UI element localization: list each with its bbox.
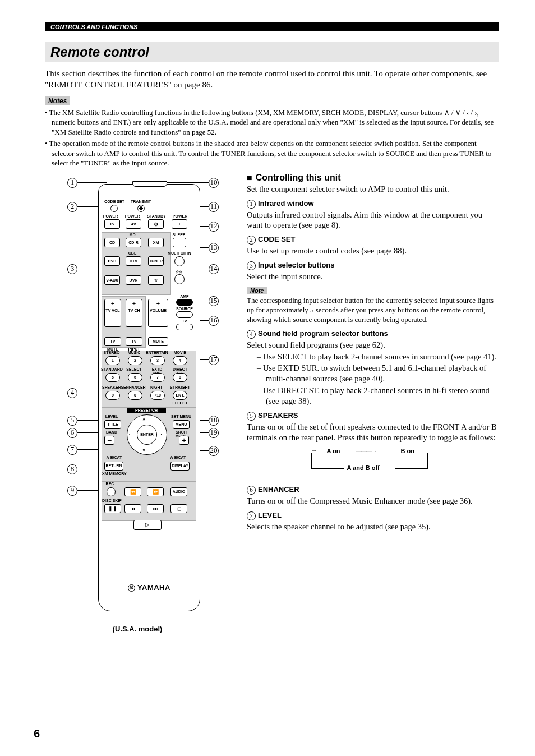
dvr-button: DVR <box>126 275 141 285</box>
item-6-title: 6ENHANCER <box>247 485 499 495</box>
dtv-button: DTV <box>126 256 141 266</box>
display-button: DISPLAY <box>170 462 190 471</box>
ir-window <box>132 181 167 187</box>
callout-8: 8 <box>67 464 77 474</box>
remote-body: CODE SET TRANSMIT POWER POWER STANDBY PO… <box>98 184 200 611</box>
stop-button: ◻ <box>170 504 187 513</box>
tv-ch-rocker: + TV CH − <box>126 299 142 327</box>
page-number: 6 <box>34 727 40 740</box>
ent-button: ENT. <box>173 391 187 400</box>
standby-button: ⏻ <box>148 219 164 229</box>
callout-2: 2 <box>67 202 77 212</box>
callout-10: 10 <box>209 178 219 188</box>
menu-button: MENU <box>173 420 190 429</box>
num-5-button: 5 <box>105 373 120 382</box>
source-switch <box>176 311 193 318</box>
remote-illustration-column: 1 2 3 4 5 6 7 8 9 10 <box>45 173 230 633</box>
pause-button: ❚❚ <box>104 504 121 513</box>
cdr-button: CD-R <box>126 238 141 247</box>
enter-button: ENTER <box>137 425 157 445</box>
note-item: The operation mode of the remote control… <box>52 139 499 168</box>
tv-switch-label: TV <box>176 319 193 323</box>
md-label: MD <box>124 233 141 237</box>
transmit-label: TRANSMIT <box>131 200 151 204</box>
num-9-button: 9 <box>105 391 120 400</box>
ab-off-label: A and B off <box>347 464 380 471</box>
callout-4: 4 <box>67 388 77 398</box>
tv-power-button: TV <box>104 219 120 229</box>
item-6-body: Turns on or off the Compressed Music Enh… <box>247 496 499 506</box>
return-button: RETURN <box>104 462 123 471</box>
square-bullet-icon: ■ <box>247 173 252 182</box>
callout-12: 12 <box>209 222 219 232</box>
notes-header: Notes <box>45 96 70 105</box>
code-set-label: CODE SET <box>104 200 124 204</box>
skip-fwd-button: ⏭ <box>147 504 164 513</box>
callout-13: 13 <box>209 243 219 253</box>
power-on-button: I <box>172 219 187 229</box>
sleep-button <box>173 238 186 247</box>
dvd-button: DVD <box>104 256 120 266</box>
item-4-bullet: Use DIRECT ST. to play back 2-channel so… <box>266 385 499 407</box>
callout-7: 7 <box>67 445 77 455</box>
item-1-title: 1Infrared window <box>247 199 499 209</box>
callout-9: 9 <box>67 486 77 496</box>
model-caption: (U.S.A. model) <box>45 625 230 633</box>
intro-text: This section describes the function of e… <box>45 68 499 91</box>
cbl-label: CBL <box>124 251 141 255</box>
item-3-body: Select the input source. <box>247 271 499 282</box>
num-8-button: 8 <box>173 373 187 382</box>
callout-19: 19 <box>209 428 219 438</box>
power-label-av: POWER <box>124 214 141 218</box>
num-0-button: 0 <box>128 391 142 400</box>
ff-button: ⏩ <box>147 487 164 496</box>
tv-input-button: TV INPUT <box>126 337 142 346</box>
num-4-button: 4 <box>173 356 187 365</box>
title-button: TITLE <box>104 420 121 429</box>
callout-3: 3 <box>67 264 77 274</box>
num-3-button: 3 <box>150 356 165 365</box>
num-6-button: 6 <box>128 373 142 382</box>
brand-logo: ⌘ YAMAHA <box>99 583 200 592</box>
sleep-label: SLEEP <box>170 233 187 237</box>
item-4-body: Select sound field programs (see page 62… <box>247 340 499 351</box>
plus-button: + <box>179 436 189 445</box>
description-column: ■Controlling this unit Set the component… <box>247 173 499 532</box>
callout-5: 5 <box>67 416 77 426</box>
callout-16: 16 <box>209 316 219 326</box>
standby-label: STANDBY <box>147 214 166 218</box>
vaux-button: V-AUX <box>104 275 120 285</box>
rew-button: ⏪ <box>124 487 141 496</box>
callout-1: 1 <box>67 178 77 188</box>
controlling-heading: ■Controlling this unit <box>247 173 499 183</box>
page: CONTROLS AND FUNCTIONS Remote control Th… <box>0 0 535 650</box>
item-4-bullets: Use SELECT to play back 2-channel source… <box>247 352 499 407</box>
callout-11: 11 <box>209 202 219 212</box>
note-small-header: Note <box>247 287 267 294</box>
callout-18: 18 <box>209 416 219 426</box>
controlling-body: Set the component selector switch to AMP… <box>247 184 499 195</box>
notes-list: The XM Satellite Radio controlling funct… <box>45 108 499 168</box>
item-7-title: 7LEVEL <box>247 511 499 520</box>
item-2-body: Use to set up remote control codes (see … <box>247 246 499 256</box>
callout-17: 17 <box>209 355 219 365</box>
tv-mute-button: TV MUTE <box>104 337 121 346</box>
power-label-tv: POWER <box>102 214 119 218</box>
b-on-label: B on <box>401 448 414 454</box>
amp-switch <box>176 299 193 306</box>
rec-button <box>107 487 116 496</box>
play-button: ▷ <box>133 520 162 530</box>
multi-ch-button <box>174 256 185 266</box>
item-5-title: 5SPEAKERS <box>247 411 499 421</box>
remote-illustration: 1 2 3 4 5 6 7 8 9 10 <box>45 173 230 621</box>
num-2-button: 2 <box>128 356 142 365</box>
tv-vol-rocker: + TV VOL − <box>104 299 121 327</box>
arrow-icon: ———→ <box>356 448 376 454</box>
transmit-led <box>137 205 145 212</box>
section-title-bar: Remote control <box>45 42 499 62</box>
multi-ch-label: MULTI CH IN <box>167 251 192 255</box>
audio-button: AUDIO <box>170 487 187 496</box>
item-7-body: Selects the speaker channel to be adjust… <box>247 522 499 532</box>
speaker-toggle-diagram: → A on ———→ B on A and B off <box>300 447 446 481</box>
code-set-button <box>110 205 118 212</box>
